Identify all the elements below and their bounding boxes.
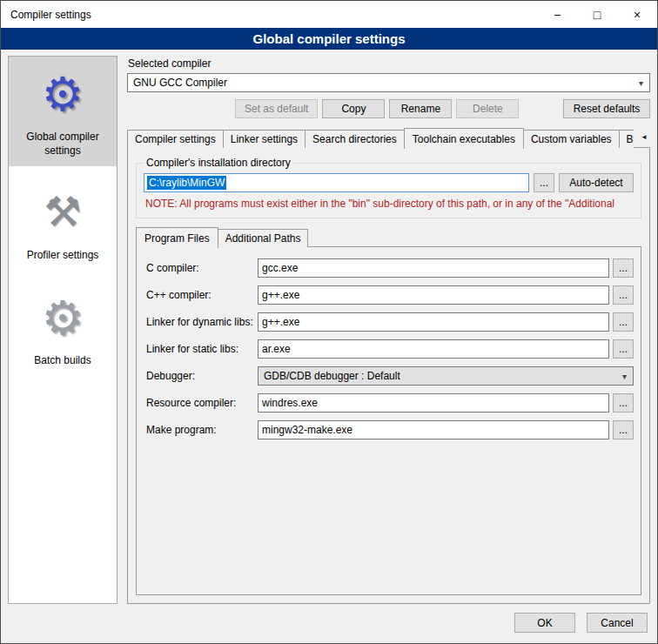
tab-custom-variables[interactable]: Custom variables (523, 130, 620, 148)
sidebar-item-label: Profiler settings (27, 249, 99, 263)
program-files-tabstrip: Program Files Additional Paths (136, 227, 641, 247)
tab-linker-settings[interactable]: Linker settings (223, 130, 306, 148)
profiler-icon: ⚒ (44, 185, 81, 241)
make-program-input[interactable] (258, 420, 609, 439)
main-panel: Selected compiler GNU GCC Compiler ▾ Set… (127, 56, 650, 604)
cpp-compiler-input[interactable] (258, 285, 609, 305)
reset-defaults-button[interactable]: Reset defaults (563, 99, 650, 118)
sidebar-item-batch-builds[interactable]: ⚙ Batch builds (9, 280, 117, 377)
tab-scroll-right-icon[interactable]: ► (654, 131, 658, 144)
linker-static-browse-button[interactable]: ... (613, 339, 634, 359)
linker-dynamic-label: Linker for dynamic libs: (146, 316, 258, 328)
settings-tabstrip: Compiler settings Linker settings Search… (127, 128, 650, 148)
sidebar-item-label: Global compiler settings (12, 131, 113, 158)
page-title: Global compiler settings (1, 28, 657, 50)
field-row-debugger: Debugger: GDB/CDB debugger : Default ▾ (146, 366, 634, 386)
field-row-c-compiler: C compiler: ... (146, 258, 634, 278)
tab-scroll-left-icon[interactable]: ◄ (637, 131, 652, 144)
compiler-settings-window: Compiler settings − □ × Global compiler … (0, 0, 658, 644)
debugger-label: Debugger: (146, 370, 258, 382)
c-compiler-label: C compiler: (146, 262, 258, 274)
installation-directory-label: Compiler's installation directory (144, 157, 293, 169)
cancel-button[interactable]: Cancel (587, 613, 648, 633)
bin-subdirectory-note: NOTE: All programs must exist either in … (145, 198, 634, 210)
compiler-select[interactable]: GNU GCC Compiler ▾ (127, 73, 650, 92)
installation-directory-browse-button[interactable]: ... (534, 173, 554, 192)
tab-toolchain-executables[interactable]: Toolchain executables (404, 128, 524, 149)
installation-directory-value: C:\raylib\MinGW (147, 176, 226, 190)
debugger-select[interactable]: GDB/CDB debugger : Default ▾ (258, 366, 634, 386)
chevron-down-icon: ▾ (622, 372, 627, 381)
dialog-footer: OK Cancel (1, 607, 657, 643)
c-compiler-input[interactable] (258, 258, 609, 278)
field-row-linker-static: Linker for static libs: ... (146, 339, 634, 359)
maximize-icon[interactable]: □ (577, 1, 617, 28)
resource-compiler-input[interactable] (258, 393, 609, 413)
set-as-default-button: Set as default (235, 99, 318, 118)
titlebar: Compiler settings − □ × (1, 1, 657, 28)
c-compiler-browse-button[interactable]: ... (613, 258, 634, 278)
resource-compiler-label: Resource compiler: (146, 397, 258, 409)
debugger-select-value: GDB/CDB debugger : Default (264, 370, 400, 382)
program-files-panel: C compiler: ... C++ compiler: ... Linker… (136, 246, 641, 595)
sidebar-item-global-compiler-settings[interactable]: ⚙ Global compiler settings (9, 57, 117, 166)
ok-button[interactable]: OK (514, 613, 575, 633)
sidebar-item-label: Batch builds (34, 354, 91, 368)
tab-additional-paths[interactable]: Additional Paths (218, 229, 309, 247)
tab-program-files[interactable]: Program Files (136, 227, 218, 248)
field-row-resource-compiler: Resource compiler: ... (146, 393, 634, 413)
linker-static-label: Linker for static libs: (146, 343, 258, 355)
make-program-label: Make program: (146, 424, 258, 436)
tab-build-options[interactable]: Build (619, 130, 634, 148)
batch-builds-gear-icon: ⚙ (42, 291, 84, 346)
make-program-browse-button[interactable]: ... (613, 420, 634, 439)
chevron-down-icon: ▾ (639, 78, 643, 88)
installation-directory-group: Compiler's installation directory C:\ray… (136, 157, 641, 218)
minimize-icon[interactable]: − (537, 1, 577, 28)
linker-dynamic-browse-button[interactable]: ... (613, 312, 634, 332)
toolchain-executables-panel: Compiler's installation directory C:\ray… (127, 147, 650, 604)
cpp-compiler-label: C++ compiler: (146, 289, 258, 301)
field-row-cpp-compiler: C++ compiler: ... (146, 285, 634, 305)
auto-detect-button[interactable]: Auto-detect (559, 173, 634, 192)
copy-button[interactable]: Copy (322, 99, 385, 118)
cpp-compiler-browse-button[interactable]: ... (613, 285, 634, 305)
rename-button[interactable]: Rename (389, 99, 452, 118)
linker-dynamic-input[interactable] (258, 312, 609, 332)
tab-compiler-settings[interactable]: Compiler settings (127, 130, 224, 148)
delete-button: Delete (456, 99, 519, 118)
compiler-actions: Set as default Copy Rename Delete Reset … (127, 99, 650, 118)
installation-directory-input[interactable]: C:\raylib\MinGW (144, 173, 529, 192)
linker-static-input[interactable] (258, 339, 609, 359)
dialog-body: ⚙ Global compiler settings ⚒ Profiler se… (1, 50, 657, 607)
field-row-linker-dynamic: Linker for dynamic libs: ... (146, 312, 634, 332)
sidebar: ⚙ Global compiler settings ⚒ Profiler se… (8, 56, 118, 604)
resource-compiler-browse-button[interactable]: ... (613, 393, 634, 413)
tab-search-directories[interactable]: Search directories (305, 130, 405, 148)
sidebar-item-profiler-settings[interactable]: ⚒ Profiler settings (9, 175, 117, 272)
compiler-select-value: GNU GCC Compiler (133, 77, 227, 89)
window-controls: − □ × (537, 1, 657, 28)
selected-compiler-label: Selected compiler (128, 57, 650, 70)
window-title: Compiler settings (1, 9, 91, 21)
installation-directory-row: C:\raylib\MinGW ... Auto-detect (144, 173, 634, 192)
field-row-make-program: Make program: ... (146, 420, 634, 439)
gear-icon: ⚙ (42, 67, 84, 123)
tab-scroll-controls: ◄ ► (634, 131, 658, 148)
close-icon[interactable]: × (617, 1, 657, 28)
